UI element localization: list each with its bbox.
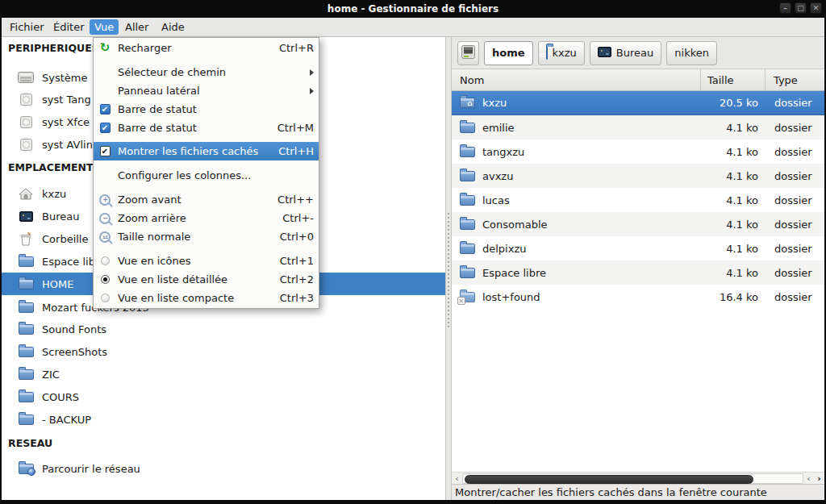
radio-selected-icon: [101, 275, 110, 284]
sidebar-header-reseau: RESEAU: [8, 435, 52, 452]
folder-icon: [457, 268, 477, 278]
minimize-icon[interactable]: –: [779, 2, 791, 14]
zoom-in-icon: +: [99, 194, 111, 206]
pathbar-button-bureau[interactable]: Bureau: [590, 41, 661, 65]
sidebar-header-emplacements: EMPLACEMENTS: [8, 160, 100, 176]
sidebar-item-label: Corbeille: [42, 233, 88, 245]
menubar-item-aide[interactable]: Aide: [156, 19, 190, 35]
menubar-item-fichier[interactable]: Fichier: [5, 19, 49, 35]
radio-icon: [101, 294, 110, 302]
desktop-icon: [17, 208, 35, 224]
scroll-right-icon[interactable]: ›: [814, 473, 824, 484]
horizontal-scrollbar[interactable]: ‹ ‹ ›: [452, 472, 824, 484]
globe-icon: [27, 468, 35, 476]
file-row-delpixzu[interactable]: delpixzu 4.1 ko dossier: [452, 236, 824, 260]
sidebar-item-label: syst Xfce: [42, 116, 90, 128]
pathbar-button-kxzu[interactable]: ⌂ kxzu: [538, 41, 585, 65]
file-row-lost-found[interactable]: × lost+found 16.4 ko dossier: [452, 285, 824, 309]
file-row-tangxzu[interactable]: tangxzu 4.1 ko dossier: [452, 140, 824, 164]
list-header: Nom Taille Type: [452, 69, 824, 91]
file-row-espace-libre[interactable]: Espace libre 4.1 ko dossier: [452, 260, 824, 285]
scroll-left2-icon[interactable]: ‹: [803, 473, 814, 484]
file-row-emilie[interactable]: emilie 4.1 ko dossier: [452, 115, 824, 140]
menu-item-zoom-arriere[interactable]: − Zoom arrière Ctrl+-: [94, 209, 319, 227]
close-icon[interactable]: ✕: [810, 2, 822, 14]
folder-icon: [457, 219, 477, 230]
folder-icon: [17, 389, 35, 405]
menu-item-configurer-les-colonnes[interactable]: Configurer les colonnes...: [94, 166, 319, 185]
sidebar-item-parcourir-le-reseau[interactable]: Parcourir le réseau: [2, 457, 445, 480]
menu-item-panneau-lateral[interactable]: Panneau latéral: [94, 81, 319, 100]
column-header-type[interactable]: Type: [765, 69, 824, 90]
vue-menu: ↻ Recharger Ctrl+R Sélecteur de chemin P…: [93, 37, 319, 309]
pathbar-button-home[interactable]: home: [484, 41, 533, 65]
pathbar-button-nikken[interactable]: nikken: [666, 41, 717, 65]
sidebar-item-sound-fonts[interactable]: Sound Fonts: [2, 318, 445, 340]
file-row-lucas[interactable]: lucas 4.1 ko dossier: [452, 188, 824, 212]
folder-icon: [17, 253, 35, 269]
menu-item-vue-en-liste-detaillee[interactable]: Vue en liste détaillée Ctrl+2: [94, 270, 319, 289]
sidebar-item-label: ScreenShots: [42, 346, 107, 358]
disk-icon: [17, 91, 35, 107]
sidebar-item-label: Parcourir le réseau: [42, 463, 140, 475]
network-folder-icon: [17, 460, 35, 477]
sidebar-item-label: kxzu: [42, 188, 66, 200]
folder-icon: [17, 299, 35, 315]
scrollbar-track[interactable]: [462, 473, 803, 484]
checkbox-checked-icon: ✔: [100, 123, 111, 133]
file-row-avxzu[interactable]: avxzu 4.1 ko dossier: [452, 164, 824, 188]
sidebar-item-label: ZIC: [42, 369, 60, 381]
sidebar-item-label: Sound Fonts: [42, 323, 106, 335]
folder-icon: [17, 411, 35, 427]
sidebar-item-label: HOME: [42, 278, 73, 290]
sidebar-item-zic[interactable]: ZIC: [2, 363, 445, 385]
menu-item-vue-en-liste-compacte[interactable]: Vue en liste compacte Ctrl+3: [94, 289, 319, 307]
zoom-original-icon: 1:1: [99, 231, 111, 243]
menu-item-zoom-avant[interactable]: + Zoom avant Ctrl++: [94, 190, 319, 209]
submenu-arrow-icon: [310, 88, 314, 94]
menu-item-recharger[interactable]: ↻ Recharger Ctrl+R: [94, 39, 319, 57]
sidebar-item-screenshots[interactable]: ScreenShots: [2, 340, 445, 363]
menubar-item-aller[interactable]: Aller: [120, 19, 153, 35]
menubar-item-vue[interactable]: Vue: [90, 19, 119, 35]
folder-icon: [17, 366, 35, 382]
window-controls: – □ ✕: [779, 2, 822, 14]
menu-item-barre-de-statut-2[interactable]: ✔ Barre de statut Ctrl+M: [94, 119, 319, 137]
column-header-taille[interactable]: Taille: [700, 69, 765, 90]
folder-icon: [457, 195, 477, 206]
menu-item-barre-de-statut-1[interactable]: ✔ Barre de statut: [94, 100, 319, 119]
disk-icon: [17, 136, 35, 152]
home-icon: [17, 185, 35, 202]
file-row-kxzu[interactable]: ⌂ kxzu 20.5 ko dossier: [452, 91, 824, 115]
sidebar-item-cours[interactable]: COURS: [2, 385, 445, 408]
sidebar-item-backup[interactable]: - BACKUP: [2, 408, 445, 431]
refresh-icon: ↻: [100, 42, 111, 54]
folder-icon: [17, 321, 35, 337]
file-list: ⌂ kxzu 20.5 ko dossier emilie 4.1 ko dos…: [452, 91, 824, 309]
sidebar-item-label: Bureau: [42, 210, 79, 223]
file-row-consomable[interactable]: Consomable 4.1 ko dossier: [452, 212, 824, 236]
pane-splitter[interactable]: [445, 37, 452, 500]
sidebar-header-peripheriques: PERIPHERIQUES: [8, 40, 99, 56]
trash-icon: [17, 231, 35, 247]
scrollbar-thumb[interactable]: [465, 475, 753, 484]
maximize-icon[interactable]: □: [795, 2, 807, 14]
harddrive-icon: [17, 69, 35, 85]
menubar: Fichier Éditer Vue Aller Aide: [2, 18, 824, 37]
menu-item-montrer-les-fichiers-caches[interactable]: ✔ Montrer les fichiers cachés Ctrl+H: [94, 142, 319, 160]
menu-item-taille-normale[interactable]: 1:1 Taille normale Ctrl+0: [94, 227, 319, 246]
folder-icon: [457, 147, 477, 157]
drive-icon: [461, 45, 475, 61]
submenu-arrow-icon: [310, 69, 314, 76]
column-header-nom[interactable]: Nom: [452, 69, 700, 90]
menu-item-vue-en-icones[interactable]: Vue en icônes Ctrl+1: [94, 252, 319, 270]
statusbar-text: Montrer/cacher les fichiers cachés dans …: [455, 486, 767, 498]
menu-item-selecteur-de-chemin[interactable]: Sélecteur de chemin: [94, 63, 319, 81]
titlebar: home - Gestionnaire de fichiers – □ ✕: [0, 0, 826, 18]
folder-icon: [17, 344, 35, 360]
sidebar-item-label: syst Tang: [42, 94, 91, 106]
scroll-left-icon[interactable]: ‹: [452, 473, 462, 484]
folder-home-icon: ⌂: [546, 47, 548, 59]
device-button[interactable]: [457, 41, 479, 65]
menubar-item-editer[interactable]: Éditer: [48, 19, 90, 35]
